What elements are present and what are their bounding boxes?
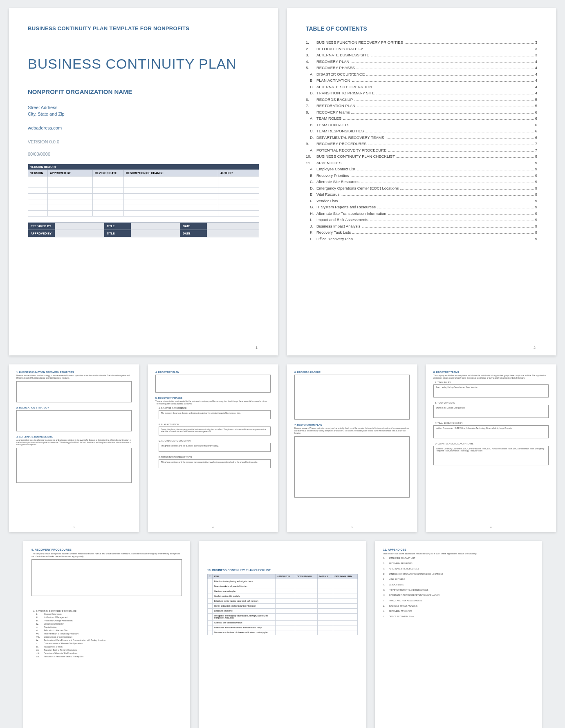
recovery-step: viii.Establishment of Communication [36,636,182,638]
toc-item: C.ALTERNATE SITE OPERATION4 [306,85,537,89]
toc-item: A.DISASTER OCCURRENCE4 [306,72,537,76]
toc-item: D.Emergency Operations Center (EOC) Loca… [306,186,537,190]
toc-item: 3.ALTERNATE BUSINESS SITE3 [306,53,537,57]
appendix-item: F.VENDOR LISTS [383,583,534,586]
appendix-item: C.ALTERNATE SITE RESOURCES [383,567,534,570]
toc-item: 9.RECOVERY PROCEDURES7 [306,141,537,146]
cover-title: BUSINESS CONTINUITY PLAN [28,56,259,72]
appendix-item: D.EMERGENCY OPERATIONS CENTER (EOC) LOCA… [383,573,534,575]
toc-item: 5.RECOVERY PHASES4 [306,65,537,70]
cover-version: VERSION 0.0.0 [28,139,259,144]
input-box [16,448,132,483]
recovery-step: iii.Preliminary Damage Assessment [36,620,182,622]
page-2-toc: TABLE OF CONTENTS 1.BUSINESS FUNCTION RE… [287,8,556,355]
page-9: 11. APPENDICES This section lists all th… [375,541,542,728]
recovery-step: ix.Restoration of Data Process and Commu… [36,639,182,641]
appendix-item: J.BUSINESS IMPACT ANALYSIS [383,605,534,607]
cover-pretitle: BUSINESS CONTINUITY PLAN TEMPLATE FOR NO… [28,25,259,31]
toc-item: D.TRANSITION TO PRIMARY SITE4 [306,91,537,95]
toc-item: B.TEAM CONTACTS6 [306,123,537,127]
appendix-item: G.IT SYSTEM REPORTS AND RESOURCES [383,589,534,591]
toc-item: C.TEAM RESPONSIBILITIES6 [306,129,537,133]
checklist-row: Collect all staff contact information [208,621,358,625]
appendix-item: H.ALTERNATE SITE TRANSPORTATION INFORMAT… [383,594,534,596]
checklist-row: Establish an alternate website and a rem… [208,625,358,630]
toc-item: I.Impact and Risk Assessments9 [306,217,537,222]
signoff-table: PREPARED BY TITLE DATE APPROVED BY TITLE… [28,222,259,237]
appendix-item: K.RECOVERY TASK LISTS [383,610,534,612]
toc-item: B.Recovery Priorities9 [306,173,537,178]
input-box [16,410,132,431]
toc-item: K.Recovery Task Lists9 [306,230,537,234]
toc-list: 1.BUSINESS FUNCTION RECOVERY PRIORITIES3… [306,40,537,241]
version-history-table: VERSION HISTORY VERSION APPROVED BY REVI… [28,164,259,217]
recovery-step: i.Disaster Occurrence [36,613,182,615]
input-box [294,436,410,498]
page-1-cover: BUSINESS CONTINUITY PLAN TEMPLATE FOR NO… [9,8,278,355]
recovery-step: iv.Declaration of Disaster [36,623,182,625]
toc-item: A.Employee Contact List9 [306,167,537,171]
toc-item: C.Alternate Site Resources9 [306,179,537,184]
toc-item: 2.RELOCATION STRATEGY3 [306,47,537,51]
toc-item: 4.RECOVERY PLAN4 [306,59,537,64]
appendix-item: E.VITAL RECORDS [383,578,534,581]
checklist-row: Establish a phone tree [208,609,358,614]
checklist-row: Document and distribute full disaster an… [208,630,358,635]
recovery-step: xiv.Relocation of Resources Back to Prim… [36,656,182,658]
toc-item: L.Office Recovery Plan9 [306,237,537,241]
toc-item: F.Vendor Lists9 [306,199,537,203]
toc-item: 11.APPENDICES9 [306,161,537,165]
toc-item: J.Business Impact Analysis9 [306,224,537,228]
page-7: 9. RECOVERY PROCEDURES The company detai… [23,541,190,728]
vh-title: VERSION HISTORY [28,164,259,170]
appendix-item: A.EMPLOYEE CONTACT LIST [383,557,534,559]
toc-item: 8.RECOVERY teams6 [306,110,537,114]
page-6: 8. RECOVERY TEAMS The company establishe… [426,364,556,532]
cover-org: NONPROFIT ORGANIZATION NAME [28,88,259,95]
appendix-item: L.OFFICE RECOVERY PLAN [383,615,534,618]
recovery-step: xi.Management of Work [36,646,182,648]
input-box [155,375,271,393]
page-number: 2 [534,346,536,350]
cover-addr2: City, State and Zip [28,112,259,116]
page-3: 1. BUSINESS FUNCTION RECOVERY PRIORITIES… [9,364,139,532]
toc-item: 10.BUSINESS CONTINUITY PLAN CHECKLIST8 [306,154,537,159]
cover-web: webaddress.com [28,125,259,130]
checklist-table: XITEMASSIGNED TODATE ASSIGNEDDATE DUEDAT… [207,574,358,635]
cover-date: 00/00/0000 [28,152,259,156]
recovery-step: vii.Implementation of Temporary Procedur… [36,633,182,635]
toc-item: 7.RESTORATION PLAN5 [306,103,537,108]
recovery-steps-list: i.Disaster Occurrenceii.Notification of … [36,613,182,658]
appendix-item: I.IMPACT AND RISK ASSESSMENTS [383,599,534,602]
checklist-row: Establish disaster planning and mitigati… [208,579,358,584]
recovery-step: x.Commencement of Alternate Site Operati… [36,643,182,645]
toc-item: D.DEPARTMENTAL RECOVERY TEAMS6 [306,135,537,140]
input-box [294,375,410,420]
page-4: 4. RECOVERY PLAN 5. RECOVERY PHASES Thes… [148,364,278,532]
toc-item: A.TEAM ROLES6 [306,116,537,121]
page-5: 6. RECORDS BACKUP 7. RESTORATION PLAN Di… [287,364,417,532]
toc-title: TABLE OF CONTENTS [306,25,537,32]
recovery-step: xiii.Cessation of Alternate Site Procedu… [36,652,182,654]
toc-item: 1.BUSINESS FUNCTION RECOVERY PRIORITIES3 [306,40,537,45]
cover-addr1: Street Address [28,105,259,110]
appendices-list: A.EMPLOYEE CONTACT LISTB.RECOVERY PRIORI… [383,557,534,618]
checklist-row: Identify and post all emergency contact … [208,604,358,609]
toc-item: H.Alternate Site Transportation Informat… [306,211,537,216]
toc-item: 6.RECORDS BACKUP5 [306,97,537,102]
input-box [31,559,182,596]
recovery-step: v.Plan Activation [36,626,182,628]
recovery-step: xii.Transition Back to Primary Operation… [36,649,182,651]
toc-item: G.IT System Reports and Resources9 [306,205,537,209]
appendix-item: B.RECOVERY PRIORITIES [383,562,534,565]
checklist-row: Put together an emergency kit (first aid… [208,614,358,621]
toc-item: E.Vital Records9 [306,192,537,197]
input-box [16,381,132,402]
recovery-step: ii.Notification of Management [36,616,182,619]
recovery-step: vi.Relocation to Alternate Site [36,630,182,632]
toc-item: B.PLAN ACTIVATION4 [306,78,537,83]
checklist-row: Establish a central meeting place for al… [208,599,358,604]
toc-item: A.POTENTIAL RECOVERY PROCEDURE7 [306,148,537,152]
checklist-row: Determine risks for all potential disast… [208,584,358,589]
page-8: 10. BUSINESS CONTINUITY PLAN CHECKLIST X… [199,541,366,728]
